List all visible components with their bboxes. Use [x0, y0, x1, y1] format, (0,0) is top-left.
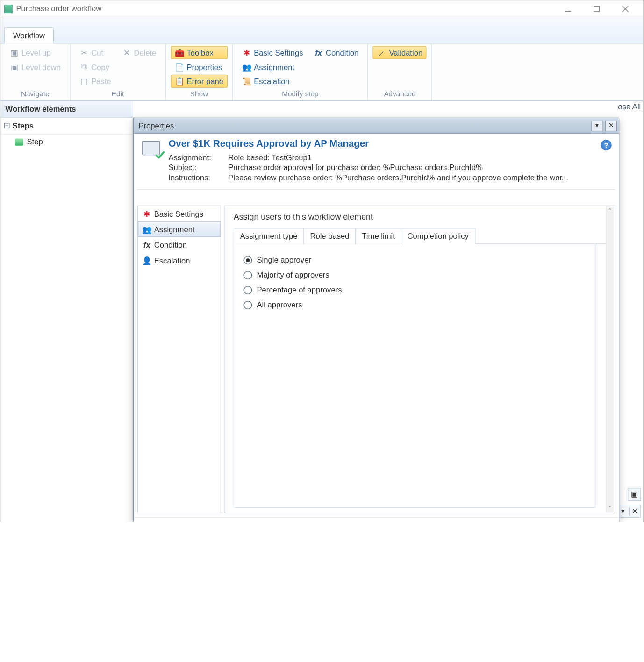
close-button[interactable]	[615, 3, 636, 15]
workflow-elements-panel: Workflow elements Steps Step	[0, 101, 133, 522]
paste-button[interactable]: ▢Paste	[75, 75, 115, 88]
radio-icon	[243, 286, 252, 294]
ribbon-group-navigate: ▣Level up ▣Level down Navigate	[0, 43, 70, 100]
properties-label: Properties	[187, 63, 222, 71]
option-percentage[interactable]: Percentage of approvers	[243, 282, 585, 297]
group-title-show: Show	[171, 88, 228, 100]
assignment-value: Role based: TestGroup1	[228, 153, 608, 162]
content-pane: ˄ ˅ Assign users to this workflow elemen…	[225, 206, 615, 513]
scissors-icon: ✂	[79, 48, 89, 57]
error-pane-icon: 📋	[175, 77, 184, 86]
tab-role-based[interactable]: Role based	[303, 228, 356, 244]
condition-button[interactable]: fxCondition	[310, 46, 363, 59]
subject-value: Purchase order approval for purchase ord…	[228, 163, 608, 172]
error-pane-button[interactable]: 📋Error pane	[171, 75, 228, 88]
nav-basic-label: Basic Settings	[154, 209, 203, 218]
group-title-navigate: Navigate	[6, 88, 65, 100]
help-icon[interactable]: ?	[601, 140, 612, 150]
group-title-modify: Modify step	[238, 88, 363, 100]
escalation-icon: 👤	[142, 256, 151, 265]
tab-strip: Assignment type Role based Time limit Co…	[234, 228, 606, 244]
dialog-summary: Over $1K Requires Approval by AP Manager…	[137, 134, 615, 190]
dialog-dropdown-button[interactable]: ▾	[591, 121, 603, 131]
level-down-button[interactable]: ▣Level down	[6, 60, 65, 73]
properties-button[interactable]: 📄Properties	[171, 60, 228, 73]
level-down-label: Level down	[21, 63, 61, 71]
cut-label: Cut	[91, 48, 103, 57]
maximize-button[interactable]	[586, 3, 608, 15]
app-icon	[4, 5, 13, 13]
escalation-button[interactable]: 📜Escalation	[238, 75, 308, 88]
scrollbar[interactable]: ˄ ˅	[606, 206, 614, 512]
fx-icon: fx	[142, 240, 151, 249]
delete-icon: ✕	[122, 48, 131, 57]
steps-group-header[interactable]: Steps	[0, 118, 132, 135]
copy-button[interactable]: ⧉Copy	[75, 60, 115, 73]
option-all[interactable]: All approvers	[243, 297, 585, 312]
nav-assignment[interactable]: 👥Assignment	[138, 221, 220, 237]
level-up-label: Level up	[21, 48, 51, 57]
ribbon: ▣Level up ▣Level down Navigate ✂Cut ⧉Cop…	[0, 43, 643, 101]
option-all-label: All approvers	[257, 300, 302, 309]
steps-header-label: Steps	[13, 121, 34, 130]
instructions-label: Instructions:	[168, 173, 228, 182]
escalation-label: Escalation	[254, 77, 290, 85]
ribbon-group-edit: ✂Cut ⧉Copy ▢Paste ✕Delete Edit	[71, 43, 166, 100]
properties-dialog: Properties ▾ ✕ Over $1K Requires Approva…	[133, 118, 619, 522]
ribbon-tab-workflow[interactable]: Workflow	[4, 27, 54, 44]
asterisk-icon: ✱	[142, 209, 151, 218]
properties-icon: 📄	[175, 62, 184, 71]
instructions-value: Please review purchase order: %Purchase …	[228, 173, 608, 182]
option-majority-label: Majority of approvers	[257, 270, 329, 279]
nav-assignment-label: Assignment	[154, 225, 195, 234]
option-majority[interactable]: Majority of approvers	[243, 268, 585, 283]
dialog-title-label: Properties	[138, 121, 174, 130]
completion-policy-panel: Single approver Majority of approvers Pe…	[234, 244, 595, 508]
scroll-up-icon: ˄	[606, 206, 614, 215]
dialog-close-button[interactable]: ✕	[605, 121, 617, 131]
workflow-elements-header: Workflow elements	[0, 101, 132, 118]
svg-rect-1	[594, 6, 600, 12]
validation-button[interactable]: 🪄Validation	[373, 46, 427, 59]
tab-completion-policy[interactable]: Completion policy	[401, 228, 475, 244]
radio-icon	[243, 271, 252, 279]
dialog-footer: Close	[134, 517, 619, 522]
nav-condition[interactable]: fxCondition	[138, 237, 220, 252]
expand-button[interactable]: ▣	[628, 488, 641, 501]
delete-button[interactable]: ✕Delete	[118, 46, 160, 59]
ribbon-tab-strip: Workflow	[0, 17, 643, 43]
step-item-label: Step	[27, 137, 43, 146]
nav-basic-settings[interactable]: ✱Basic Settings	[138, 206, 220, 221]
dialog-heading: Over $1K Requires Approval by AP Manager	[168, 138, 608, 149]
assignment-label: Assignment:	[168, 153, 228, 162]
option-single-approver[interactable]: Single approver	[243, 253, 585, 268]
nav-dropdown[interactable]: ▾✕	[617, 505, 641, 518]
window-title: Purchase order workflow	[16, 4, 102, 13]
tab-time-limit[interactable]: Time limit	[355, 228, 401, 244]
subject-label: Subject:	[168, 163, 228, 172]
dialog-body: ✱Basic Settings 👥Assignment fxCondition …	[134, 190, 619, 517]
ribbon-group-modify: ✱Basic Settings 👥Assignment 📜Escalation …	[233, 43, 368, 100]
validation-label: Validation	[389, 48, 422, 57]
group-title-edit: Edit	[75, 88, 161, 100]
copy-label: Copy	[91, 63, 109, 71]
assignment-button[interactable]: 👥Assignment	[238, 60, 308, 73]
cut-button[interactable]: ✂Cut	[75, 46, 115, 59]
step-item[interactable]: Step	[0, 135, 132, 149]
toolbox-button[interactable]: 🧰Toolbox	[171, 46, 228, 59]
level-up-button[interactable]: ▣Level up	[6, 46, 65, 59]
step-large-icon	[142, 141, 164, 159]
title-bar: Purchase order workflow	[0, 0, 643, 17]
radio-icon	[243, 300, 252, 309]
minimize-button[interactable]	[557, 3, 579, 15]
nav-escalation[interactable]: 👤Escalation	[138, 253, 220, 268]
ribbon-group-show: 🧰Toolbox 📄Properties 📋Error pane Show	[166, 43, 233, 100]
basic-settings-label: Basic Settings	[254, 48, 303, 57]
content-title: Assign users to this workflow element	[234, 212, 606, 221]
basic-settings-button[interactable]: ✱Basic Settings	[238, 46, 308, 59]
tab-assignment-type[interactable]: Assignment type	[234, 228, 304, 244]
scroll-down-icon: ˅	[606, 504, 614, 513]
delete-label: Delete	[134, 48, 156, 57]
toolbox-label: Toolbox	[187, 48, 214, 57]
nav-condition-label: Condition	[154, 240, 187, 249]
